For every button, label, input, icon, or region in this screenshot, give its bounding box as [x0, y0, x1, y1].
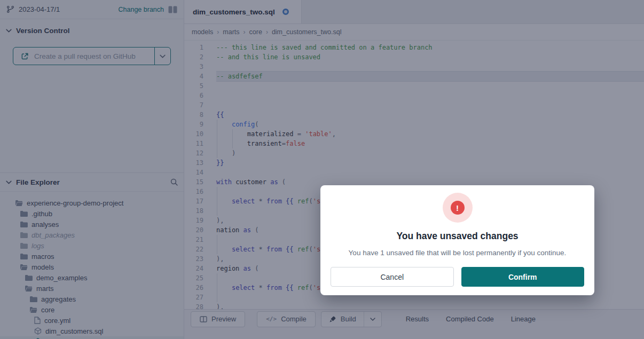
alert-circle: ! — [443, 193, 473, 223]
alert-exclamation-icon: ! — [451, 201, 465, 215]
modal-title: You have unsaved changes — [396, 231, 518, 242]
confirm-button[interactable]: Confirm — [461, 267, 585, 287]
modal-message: You have 1 unsaved file that will be los… — [349, 249, 567, 257]
unsaved-changes-modal: ! You have unsaved changes You have 1 un… — [320, 185, 594, 295]
cancel-button[interactable]: Cancel — [331, 267, 454, 287]
modal-actions: Cancel Confirm — [320, 267, 594, 287]
